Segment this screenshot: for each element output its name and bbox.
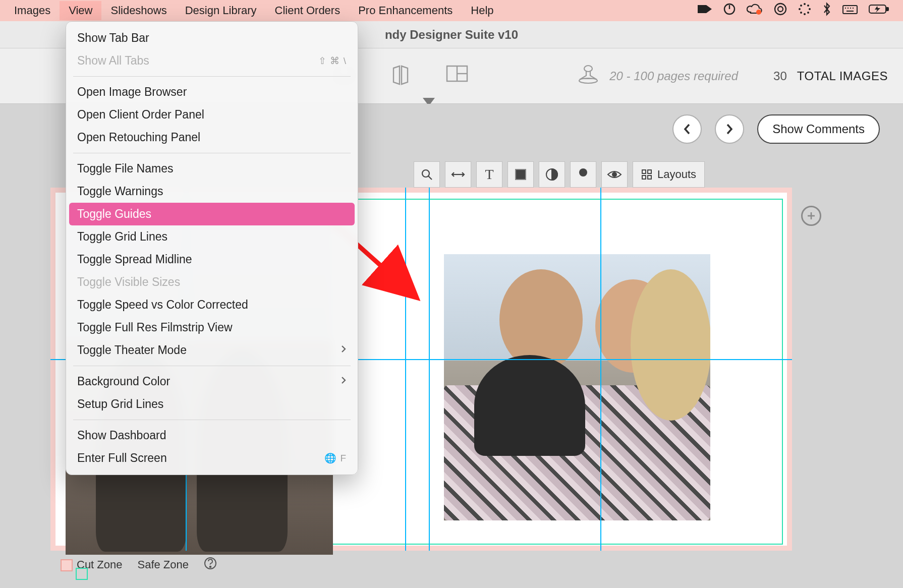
view-menu-item[interactable]: Open Client Order Panel	[66, 103, 358, 126]
pages-icon[interactable]	[390, 64, 411, 88]
view-menu-item[interactable]: Toggle Spread Midline	[66, 248, 358, 271]
svg-point-36	[579, 168, 587, 177]
view-menu-item[interactable]: Background Color	[66, 370, 358, 393]
text-tool[interactable]: T	[476, 161, 502, 188]
svg-point-11	[799, 8, 801, 10]
menubar: Images View Slideshows Design Library Cl…	[0, 0, 903, 21]
svg-point-7	[809, 8, 811, 10]
menu-item-label: Toggle File Names	[77, 162, 173, 175]
show-comments-button[interactable]: Show Comments	[757, 114, 880, 144]
view-menu-item[interactable]: Toggle Theater Mode	[66, 339, 358, 362]
svg-line-31	[428, 176, 432, 180]
preview-tool[interactable]	[601, 161, 628, 188]
menu-images[interactable]: Images	[5, 1, 60, 20]
svg-rect-13	[843, 6, 857, 14]
view-menu-item[interactable]: Toggle Speed vs Color Corrected	[66, 293, 358, 316]
view-menu-item: Show All Tabs⇧ ⌘ \	[66, 49, 358, 72]
safe-zone-legend: Safe Zone	[138, 558, 189, 571]
power-icon[interactable]	[723, 3, 736, 18]
menu-item-label: Toggle Spread Midline	[77, 253, 192, 266]
total-images-label: TOTAL IMAGES	[797, 69, 888, 83]
view-menu-item[interactable]: Toggle File Names	[66, 157, 358, 180]
window-title: ndy Designer Suite v10	[385, 28, 518, 42]
menu-shortcut: ⇧ ⌘ \	[318, 55, 347, 67]
menu-shortcut: 🌐 F	[324, 452, 347, 464]
status-icons	[697, 2, 903, 19]
zoom-tool[interactable]	[414, 161, 440, 188]
menu-item-label: Show Dashboard	[77, 429, 166, 442]
menu-item-label: Toggle Theater Mode	[77, 343, 187, 357]
zone-legend: Cut Zone Safe Zone	[61, 557, 217, 573]
prev-page-button[interactable]	[672, 114, 702, 144]
view-menu-item: Toggle Visible Sizes	[66, 271, 358, 293]
layouts-button[interactable]: Layouts	[633, 161, 705, 188]
menu-item-label: Toggle Visible Sizes	[77, 275, 180, 289]
help-icon[interactable]	[204, 557, 217, 573]
menu-item-label: Toggle Full Res Filmstrip View	[77, 321, 233, 334]
battery-icon[interactable]	[869, 4, 889, 18]
pin-tool[interactable]	[570, 161, 596, 188]
menu-item-label: Toggle Warnings	[77, 185, 163, 198]
svg-point-10	[800, 12, 802, 14]
menu-item-label: Show Tab Bar	[77, 31, 149, 45]
add-page-button[interactable]	[801, 206, 821, 226]
view-menu-item[interactable]: Open Image Browser	[66, 81, 358, 103]
guide-vertical	[429, 188, 430, 551]
svg-rect-40	[642, 175, 646, 179]
view-menu-item[interactable]: Toggle Grid Lines	[66, 225, 358, 248]
bluetooth-icon[interactable]	[822, 2, 831, 19]
menu-help[interactable]: Help	[462, 1, 502, 20]
view-menu-item[interactable]: Toggle Warnings	[66, 180, 358, 203]
view-menu-item[interactable]: Enter Full Screen🌐 F	[66, 447, 358, 469]
show-comments-label: Show Comments	[772, 122, 865, 136]
right-page-photo[interactable]	[444, 254, 710, 520]
menu-item-label: Toggle Guides	[77, 207, 151, 221]
view-menu-item[interactable]: Toggle Full Res Filmstrip View	[66, 316, 358, 339]
view-menu-item[interactable]: Open Retouching Panel	[66, 126, 358, 149]
view-menu-item[interactable]: Show Tab Bar	[66, 27, 358, 49]
svg-point-3	[775, 4, 786, 15]
contrast-tool[interactable]	[539, 161, 565, 188]
flag-icon[interactable]	[697, 4, 712, 18]
svg-point-2	[756, 10, 761, 15]
next-page-button[interactable]	[715, 114, 744, 144]
menu-client-orders[interactable]: Client Orders	[266, 1, 350, 20]
menu-item-label: Background Color	[77, 375, 170, 388]
cut-zone-legend: Cut Zone	[61, 558, 123, 571]
guide-vertical	[600, 188, 601, 551]
fill-tool[interactable]	[507, 161, 534, 188]
menu-design-library[interactable]: Design Library	[176, 1, 266, 20]
loading-icon[interactable]	[798, 3, 811, 19]
svg-point-4	[778, 7, 783, 12]
svg-point-9	[804, 13, 806, 15]
pages-required-label: 20 - 100 pages required	[609, 69, 738, 83]
menu-item-label: Enter Full Screen	[77, 451, 167, 465]
guide-vertical	[405, 188, 406, 551]
layouts-label: Layouts	[657, 168, 696, 181]
chevron-right-icon	[341, 376, 347, 387]
svg-point-37	[612, 172, 616, 177]
menu-pro-enhancements[interactable]: Pro Enhancements	[349, 1, 462, 20]
view-menu-item[interactable]: Show Dashboard	[66, 424, 358, 447]
menu-item-label: Open Retouching Panel	[77, 131, 200, 144]
svg-point-8	[807, 12, 809, 14]
svg-point-30	[422, 170, 429, 177]
menu-item-label: Open Client Order Panel	[77, 108, 204, 122]
cloud-sync-icon[interactable]	[747, 3, 763, 18]
swap-tool[interactable]	[445, 161, 471, 188]
target-icon[interactable]	[774, 3, 787, 19]
svg-point-6	[807, 5, 809, 7]
keyboard-icon[interactable]	[842, 4, 858, 18]
chevron-right-icon	[341, 345, 347, 356]
menu-item-label: Toggle Grid Lines	[77, 230, 167, 244]
view-menu-item[interactable]: Setup Grid Lines	[66, 393, 358, 416]
svg-point-5	[804, 3, 806, 5]
stamp-icon[interactable]	[577, 64, 599, 89]
menu-view[interactable]: View	[60, 1, 101, 20]
menu-item-label: Show All Tabs	[77, 54, 149, 68]
svg-rect-33	[516, 169, 526, 180]
layout-grid-icon[interactable]	[446, 64, 468, 88]
menu-slideshows[interactable]: Slideshows	[101, 1, 176, 20]
view-menu-item[interactable]: Toggle Guides	[69, 203, 355, 225]
canvas-tool-row: T Layouts	[414, 161, 705, 188]
